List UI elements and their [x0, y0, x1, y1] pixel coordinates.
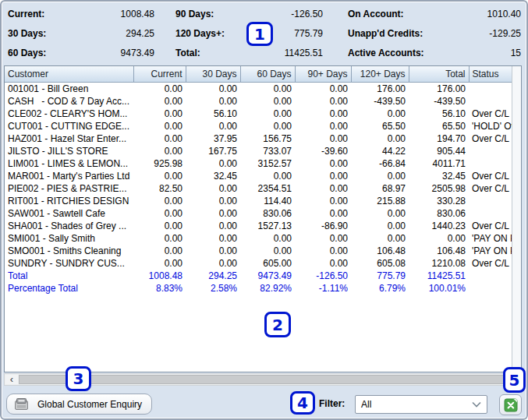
cell: [469, 82, 512, 95]
table-row[interactable]: MAR001 - Marty's Parties Ltd0.0032.450.0…: [5, 170, 512, 182]
cell: 830.06: [240, 207, 295, 220]
percentage-total-row: Percentage Total8.83%2.58%82.92%-1.11%6.…: [5, 282, 512, 295]
cell: -439.50: [409, 95, 469, 108]
cell: 167.75: [186, 145, 240, 157]
table-row[interactable]: SHA001 - Shades of Grey ...0.000.001527.…: [5, 220, 512, 232]
summary-column-1: Current:1008.48 30 Days:294.25 60 Days:9…: [8, 9, 154, 67]
summary-value-120days: 775.79: [294, 28, 323, 40]
cell: 0.00: [295, 257, 351, 270]
cell: 8.83%: [133, 282, 186, 295]
customer-grid: CustomerCurrent30 Days60 Days90+ Days120…: [4, 65, 522, 372]
cell: 0.00: [186, 157, 240, 170]
cash-register-icon: [15, 398, 28, 410]
cell: 0.00: [240, 108, 295, 120]
cell: 6.79%: [351, 282, 409, 295]
filter-label: Filter:: [319, 398, 345, 409]
cell: 0.00: [186, 257, 240, 270]
table-row[interactable]: RIT001 - RITCHIES DESIGN0.000.00114.400.…: [5, 195, 512, 207]
cell: RIT001 - RITCHIES DESIGN: [5, 195, 133, 207]
filter-selected-value: All: [361, 399, 371, 410]
table-row[interactable]: SUNDRY - SUNDRY CUS...0.000.00605.000.00…: [5, 257, 512, 270]
cell: 0.00: [133, 120, 186, 132]
cell: 605.08: [351, 257, 409, 270]
cell: [469, 95, 512, 108]
cell: 'HOLD' Over: [469, 120, 512, 132]
table-row[interactable]: LIM001 - LIMES & LEMON...925.980.003152.…: [5, 157, 512, 170]
table-row[interactable]: JILSTO - JILL'S STORE0.00167.75733.07-39…: [5, 145, 512, 157]
excel-export-button[interactable]: [499, 394, 522, 415]
cell: Over C/L: [469, 108, 512, 120]
cell: 82.50: [133, 182, 186, 195]
summary-value-active-accounts: 15: [511, 48, 521, 59]
cell: 775.79: [351, 270, 409, 282]
cell: 0.00: [295, 170, 351, 182]
cell: 605.00: [240, 257, 295, 270]
cell: 56.10: [186, 108, 240, 120]
global-customer-enquiry-button[interactable]: Global Customer Enquiry: [6, 394, 152, 415]
cell: 194.70: [409, 132, 469, 145]
summary-value-60days: 9473.49: [121, 48, 154, 59]
table-row[interactable]: SMI001 - Sally Smith0.000.000.000.000.00…: [5, 232, 512, 245]
cell: 0.00: [295, 232, 351, 245]
table-row[interactable]: CASH - COD & 7 Day Acc...0.000.000.000.0…: [5, 95, 512, 108]
filter-dropdown[interactable]: All: [355, 395, 487, 414]
table-row[interactable]: HAZ001 - Hazel Star Enter...0.0037.95156…: [5, 132, 512, 145]
cell: -126.50: [295, 270, 351, 282]
table-row[interactable]: PIE002 - PIES & PASTRIE...82.500.002354.…: [5, 182, 512, 195]
cell: 56.10: [409, 108, 469, 120]
column-header-30-days[interactable]: 30 Days: [186, 66, 240, 82]
table-row[interactable]: 001001 - Bill Green0.000.000.000.00176.0…: [5, 82, 512, 95]
cell: 0.00: [351, 232, 409, 245]
summary-column-3: On Account:1010.40 Unapp'd Credits:-129.…: [348, 9, 521, 67]
column-header-60-days[interactable]: 60 Days: [240, 66, 295, 82]
column-header-total[interactable]: Total: [409, 66, 469, 82]
table-row[interactable]: SAW001 - Sawtell Cafe0.000.00830.060.000…: [5, 207, 512, 220]
summary-label-90days: 90 Days:: [175, 9, 214, 20]
cell: 2505.98: [409, 182, 469, 195]
cell: 0.00: [133, 207, 186, 220]
column-header-90-days[interactable]: 90+ Days: [295, 66, 351, 82]
vertical-scrollbar[interactable]: [512, 66, 521, 372]
column-header-120-days[interactable]: 120+ Days: [351, 66, 409, 82]
cell: MAR001 - Marty's Parties Ltd: [5, 170, 133, 182]
cell: 0.00: [240, 82, 295, 95]
table-row[interactable]: CLE002 - CLEARY'S HOM...0.0056.100.000.0…: [5, 108, 512, 120]
cell: 0.00: [186, 95, 240, 108]
cell: 4011.71: [409, 157, 469, 170]
cell: 1527.13: [240, 220, 295, 232]
global-customer-enquiry-label: Global Customer Enquiry: [37, 399, 142, 410]
horizontal-scrollbar-thumb[interactable]: [19, 375, 508, 384]
chevron-left-icon[interactable]: ‹: [5, 375, 18, 384]
cell: 2354.51: [240, 182, 295, 195]
cell: Over C/L: [469, 132, 512, 145]
annotation-badge-3: 3: [66, 366, 91, 391]
summary-label-current: Current:: [8, 9, 44, 20]
cell: [469, 207, 512, 220]
column-header-current[interactable]: Current: [133, 66, 186, 82]
cell: CUT001 - CUTTING EDGE...: [5, 120, 133, 132]
cell: 0.00: [295, 245, 351, 257]
table-row[interactable]: SMO001 - Smiths Cleaning0.000.000.000.00…: [5, 245, 512, 257]
cell: 32.45: [409, 170, 469, 182]
cell: 'PAY ON PIC: [469, 245, 512, 257]
table-header-row: CustomerCurrent30 Days60 Days90+ Days120…: [5, 66, 512, 82]
cell: 3152.57: [240, 157, 295, 170]
cell: PIE002 - PIES & PASTRIE...: [5, 182, 133, 195]
cell: [469, 270, 512, 282]
cell: 0.00: [240, 120, 295, 132]
cell: 0.00: [186, 82, 240, 95]
cell: 0.00: [133, 132, 186, 145]
cell: 82.92%: [240, 282, 295, 295]
cell: 100.01%: [409, 282, 469, 295]
cell: 0.00: [133, 95, 186, 108]
cell: 0.00: [240, 170, 295, 182]
column-header-status[interactable]: Status: [469, 66, 512, 82]
cell: 733.07: [240, 145, 295, 157]
cell: 0.00: [133, 145, 186, 157]
cell: 215.88: [351, 195, 409, 207]
column-header-customer[interactable]: Customer: [5, 66, 133, 82]
cell: [469, 145, 512, 157]
table-row[interactable]: CUT001 - CUTTING EDGE...0.000.000.000.00…: [5, 120, 512, 132]
cell: 294.25: [186, 270, 240, 282]
cell: 106.48: [351, 245, 409, 257]
